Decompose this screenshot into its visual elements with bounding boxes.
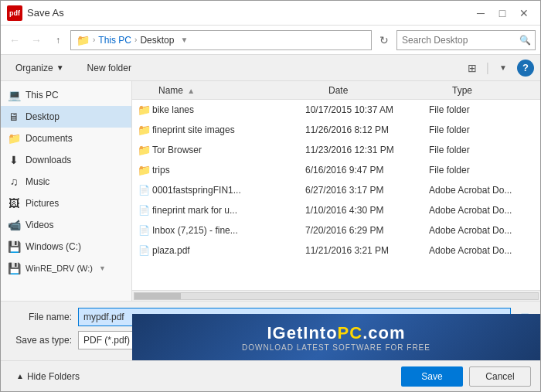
sidebar-item-desktop[interactable]: 🖥 Desktop xyxy=(1,106,131,128)
maximize-button[interactable]: □ xyxy=(492,4,512,22)
file-date-0: 10/17/2015 10:37 AM xyxy=(305,104,429,115)
hscroll-track xyxy=(134,292,539,300)
horizontal-scrollbar xyxy=(132,290,540,301)
sidebar-item-music[interactable]: ♫ Music xyxy=(1,171,131,193)
file-date-5: 1/10/2016 4:30 PM xyxy=(305,205,429,216)
folder-icon: 📁 xyxy=(76,34,90,46)
pictures-icon: 🖼 xyxy=(7,197,21,210)
refresh-button[interactable]: ↻ xyxy=(375,31,393,49)
back-button[interactable]: ← xyxy=(5,31,24,49)
hscroll-thumb[interactable] xyxy=(134,293,181,299)
savetype-select[interactable]: PDF (*.pdf) xyxy=(78,331,136,349)
save-as-dialog: pdf Save As ─ □ ✕ ← → ↑ 📁 › This PC › De… xyxy=(0,0,541,392)
file-icon-4: 📄 xyxy=(135,185,152,196)
desktop-icon: 🖥 xyxy=(7,111,21,123)
breadcrumb[interactable]: 📁 › This PC › Desktop ▼ xyxy=(70,30,372,50)
table-row[interactable]: 📄 0001fastspringFIN1... 6/27/2016 3:17 P… xyxy=(132,180,540,200)
col-header-type[interactable]: Type xyxy=(446,85,537,96)
table-row[interactable]: 📁 trips 6/16/2016 9:47 PM File folder xyxy=(132,160,540,180)
search-input[interactable] xyxy=(396,30,536,50)
sidebar-item-documents[interactable]: 📁 Documents xyxy=(1,128,131,149)
file-type-1: File folder xyxy=(429,124,537,135)
organize-button[interactable]: Organize ▼ xyxy=(7,58,73,78)
sidebar-label-videos: Videos xyxy=(26,220,53,230)
col-header-date[interactable]: Date xyxy=(322,85,446,96)
table-row[interactable]: 📁 bike lanes 10/17/2015 10:37 AM File fo… xyxy=(132,100,540,120)
forward-button[interactable]: → xyxy=(27,31,46,49)
organize-arrow: ▼ xyxy=(56,63,64,72)
cancel-button[interactable]: Cancel xyxy=(469,366,531,387)
table-row[interactable]: 📁 Tor Browser 11/23/2016 12:31 PM File f… xyxy=(132,140,540,160)
table-row[interactable]: 📁 fineprint site images 11/26/2016 8:12 … xyxy=(132,120,540,140)
col-header-name[interactable]: Name ▲ xyxy=(152,85,322,96)
app-icon: pdf xyxy=(7,5,22,21)
help-button[interactable]: ? xyxy=(517,60,534,77)
file-type-5: Adobe Acrobat Do... xyxy=(429,205,537,216)
up-button[interactable]: ↑ xyxy=(49,31,67,49)
view-icon: ⊞ xyxy=(468,62,477,74)
file-type-7: Adobe Acrobat Do... xyxy=(429,245,537,256)
hide-folders-button[interactable]: ▲ Hide Folders xyxy=(10,368,86,385)
breadcrumb-dropdown-arrow[interactable]: ▼ xyxy=(180,36,188,44)
help-icon: ? xyxy=(522,62,529,73)
title-bar: pdf Save As ─ □ ✕ xyxy=(1,1,540,26)
window-controls: ─ □ ✕ xyxy=(471,4,534,22)
file-icon-0: 📁 xyxy=(135,104,152,116)
file-icon-6: 📄 xyxy=(135,225,152,236)
sidebar-label-music: Music xyxy=(26,176,49,187)
footer-buttons: Save Cancel xyxy=(401,366,531,387)
view-dropdown-button[interactable]: ▼ xyxy=(492,58,514,78)
toolbar-right: ⊞ | ▼ ? xyxy=(461,58,534,78)
music-icon: ♫ xyxy=(7,176,21,188)
save-button[interactable]: Save xyxy=(401,366,463,387)
file-name-1: fineprint site images xyxy=(152,124,305,135)
view-divider: | xyxy=(486,61,489,75)
documents-icon: 📁 xyxy=(7,132,21,145)
breadcrumb-this-pc[interactable]: This PC xyxy=(98,35,131,46)
sidebar-item-winre[interactable]: 💾 WinRE_DRV (W:) ▼ xyxy=(1,257,131,279)
hide-folders-arrow: ▲ xyxy=(16,372,24,380)
breadcrumb-desktop[interactable]: Desktop xyxy=(140,35,174,46)
sidebar-item-pictures[interactable]: 🖼 Pictures xyxy=(1,193,131,214)
file-name-3: trips xyxy=(152,165,305,176)
sidebar-label-pictures: Pictures xyxy=(26,198,59,209)
new-folder-button[interactable]: New folder xyxy=(79,58,140,78)
file-icon-7: 📄 xyxy=(135,245,152,256)
main-content: 💻 This PC 🖥 Desktop 📁 Documents ⬇ Downlo… xyxy=(1,81,540,301)
watermark-text-a: IGetInto xyxy=(267,323,337,343)
watermark-logo: IGetIntoPC.com xyxy=(267,323,405,343)
file-icon-2: 📁 xyxy=(135,144,152,156)
sidebar: 💻 This PC 🖥 Desktop 📁 Documents ⬇ Downlo… xyxy=(1,81,132,301)
minimize-button[interactable]: ─ xyxy=(471,4,491,22)
col-type-label: Type xyxy=(452,85,472,96)
file-type-6: Adobe Acrobat Do... xyxy=(429,225,537,236)
sidebar-item-downloads[interactable]: ⬇ Downloads xyxy=(1,149,131,171)
table-row[interactable]: 📄 fineprint mark for u... 1/10/2016 4:30… xyxy=(132,200,540,220)
file-date-1: 11/26/2016 8:12 PM xyxy=(305,124,429,135)
file-type-2: File folder xyxy=(429,145,537,155)
sidebar-item-this-pc[interactable]: 💻 This PC xyxy=(1,84,131,106)
table-row[interactable]: 📄 Inbox (7,215) - fine... 7/20/2016 6:29… xyxy=(132,220,540,240)
file-date-3: 6/16/2016 9:47 PM xyxy=(305,165,429,176)
view-button[interactable]: ⊞ xyxy=(461,58,483,78)
file-type-3: File folder xyxy=(429,165,537,176)
downloads-icon: ⬇ xyxy=(7,154,21,166)
close-button[interactable]: ✕ xyxy=(514,4,534,22)
watermark-sub: Download Latest Software for Free xyxy=(242,343,430,352)
sidebar-item-windows-c[interactable]: 💾 Windows (C:) xyxy=(1,236,131,257)
search-wrapper: 🔍 xyxy=(396,30,536,50)
watermark-overlay: IGetIntoPC.com Download Latest Software … xyxy=(132,314,540,360)
file-name-5: fineprint mark for u... xyxy=(152,205,305,216)
sidebar-label-desktop: Desktop xyxy=(26,111,60,122)
file-list-container: Name ▲ Date Type 📁 bike lanes 10/17/2015… xyxy=(132,81,540,301)
file-name-7: plaza.pdf xyxy=(152,245,305,256)
winre-dropdown[interactable]: ▼ xyxy=(99,264,106,272)
videos-icon: 📹 xyxy=(7,219,21,231)
windows-c-icon: 💾 xyxy=(7,240,21,253)
file-icon-1: 📁 xyxy=(135,124,152,136)
app-icon-label: pdf xyxy=(9,9,20,17)
sidebar-item-videos[interactable]: 📹 Videos xyxy=(1,214,131,236)
table-row[interactable]: 📄 plaza.pdf 11/21/2016 3:21 PM Adobe Acr… xyxy=(132,240,540,261)
hide-folders-label: Hide Folders xyxy=(27,371,80,382)
file-type-0: File folder xyxy=(429,104,537,115)
